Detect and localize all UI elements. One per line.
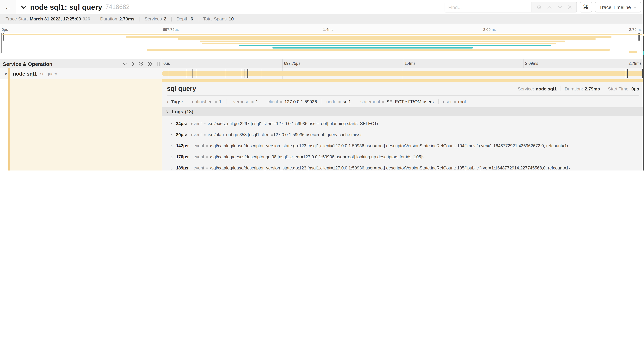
log-marker-tick	[279, 69, 279, 78]
log-marker-tick	[246, 69, 246, 78]
log-field-value: ‹sql/catalog/descs/descriptor.go:98 [nsq…	[210, 155, 424, 159]
minimap-axis-label: 2.09ms	[483, 27, 496, 32]
tags-row[interactable]: › Tags: _unfinished=1_verbose=1client=12…	[162, 96, 644, 107]
log-field-key: event	[194, 155, 204, 159]
trace-view-selector[interactable]: Trace Timeline	[595, 2, 641, 13]
ruler-tick-label: 2.79ms	[628, 61, 642, 66]
service-value: node sql1	[536, 86, 556, 91]
timeline-ruler: 0μs697.75μs1.4ms2.09ms2.79ms	[162, 59, 644, 68]
expand-one-icon[interactable]	[122, 62, 127, 65]
log-field-key: event	[191, 132, 202, 137]
equals-sign: =	[206, 166, 208, 170]
tag-value: 127.0.0.1:59936	[284, 99, 317, 104]
summary-label: Total Spans	[203, 16, 226, 22]
edge-teal-mark	[642, 51, 644, 55]
collapse-children-chevron-icon[interactable]: ∨	[4, 71, 8, 76]
log-field-key: event	[194, 166, 204, 171]
clear-find-icon[interactable]	[568, 5, 572, 9]
span-tag: node=sql1	[322, 99, 356, 104]
log-marker-tick	[626, 69, 626, 78]
log-row[interactable]: ›34μs:event=‹sql/exec_util.go:2297 [nsql…	[162, 118, 644, 129]
summary-label: Depth	[176, 16, 188, 22]
timeline-minimap: 0μs697.75μs1.4ms2.09ms2.79ms	[0, 24, 644, 54]
equals-sign: =	[280, 100, 282, 104]
chevron-right-icon: ›	[171, 143, 172, 149]
log-field-value: ‹sql/catalog/lease/descriptor_version_st…	[210, 143, 568, 148]
span-bar-region	[162, 68, 643, 79]
span-tag: client=127.0.0.1:59936	[263, 99, 322, 104]
collapse-one-icon[interactable]	[132, 62, 134, 66]
collapse-trace-chevron-icon[interactable]	[21, 5, 27, 9]
span-detail-panel: sql query Service: node sql1 Duration: 2…	[162, 79, 644, 171]
log-row[interactable]: ›176μs:event=‹sql/catalog/descs/descript…	[162, 151, 644, 163]
keyboard-shortcuts-button[interactable]: ⌘	[580, 2, 592, 13]
log-row[interactable]: ›80μs:event=‹sql/plan_opt.go:358 [nsql1,…	[162, 129, 644, 140]
summary-item: Services2	[144, 16, 166, 22]
column-resizer-grip[interactable]	[157, 62, 160, 66]
next-match-icon[interactable]	[557, 6, 562, 9]
collapse-all-icon[interactable]	[148, 62, 152, 66]
tags-title: Tags:	[171, 99, 183, 104]
minimap-span-band	[202, 43, 556, 44]
log-marker-tick	[265, 69, 265, 78]
minimap-span-band	[200, 40, 565, 42]
locate-match-icon[interactable]	[536, 5, 541, 10]
prev-match-icon[interactable]	[547, 6, 552, 9]
equals-sign: =	[251, 100, 254, 104]
logs-header[interactable]: ∨ Logs (18)	[162, 107, 644, 116]
log-row[interactable]: ›189μs:event=‹sql/catalog/lease/descript…	[162, 163, 644, 171]
log-field-value: ‹sql/catalog/lease/descriptor_version_st…	[210, 166, 570, 171]
tag-key: user	[443, 99, 452, 104]
span-row-name-cell[interactable]: ∨ node sql1 sql query	[0, 68, 162, 79]
minimap-axis-label: 2.79ms	[629, 27, 642, 32]
ruler-gridline	[403, 59, 403, 68]
chevron-down-icon: ∨	[166, 109, 169, 114]
summary-label: Services	[144, 16, 162, 22]
log-field-value: ‹sql/exec_util.go:2297 [nsql1,client=127…	[208, 121, 378, 126]
log-marker-tick	[197, 69, 197, 78]
log-timestamp: 189μs:	[176, 166, 190, 171]
detail-left-column	[0, 79, 162, 171]
service-color-strip	[8, 79, 10, 171]
summary-value: 6	[190, 16, 193, 22]
timeline-column-header: Service & Operation 0μs697.7	[0, 59, 644, 69]
minimap-span-band	[178, 38, 595, 40]
top-bar: ← node sql1: sql query 7418682	[0, 0, 644, 14]
equals-sign: =	[206, 155, 208, 159]
chevron-right-icon: ›	[171, 132, 172, 137]
log-row[interactable]: ›142μs:event=‹sql/catalog/lease/descript…	[162, 140, 644, 151]
log-timestamp: 176μs:	[176, 155, 190, 159]
span-tag: _unfinished=1	[185, 99, 226, 104]
equals-sign: =	[454, 100, 456, 104]
minimap-span-band	[239, 45, 551, 46]
minimap-axis-label: 0μs	[2, 27, 8, 32]
service-label: Service:	[518, 86, 534, 91]
span-meta: Service: node sql1 Duration: 2.79ms Star…	[518, 86, 639, 91]
minimap-canvas[interactable]	[2, 33, 642, 53]
ruler-tick-label: 697.75μs	[284, 61, 300, 66]
service-operation-title: Service & Operation	[3, 61, 52, 67]
expand-all-icon[interactable]	[139, 62, 143, 66]
back-button[interactable]: ←	[0, 0, 16, 14]
meta-separator	[560, 86, 561, 91]
tag-value: SELECT * FROM users	[386, 99, 434, 104]
log-field-key: event	[191, 121, 202, 126]
equals-sign: =	[206, 144, 208, 148]
summary-value: 10	[229, 16, 234, 22]
expanded-row-background	[10, 79, 162, 171]
chevron-right-icon: ›	[171, 154, 172, 160]
span-service-name: node sql1	[13, 71, 37, 77]
find-input[interactable]	[445, 2, 531, 12]
logs-list: ›34μs:event=‹sql/exec_util.go:2297 [nsql…	[162, 118, 644, 171]
summary-separator	[139, 17, 140, 21]
summary-separator	[95, 17, 96, 21]
tag-value: root	[458, 99, 466, 104]
span-tag: statement=SELECT * FROM users	[356, 99, 438, 104]
minimap-span-band	[629, 51, 637, 53]
summary-item: Depth6	[176, 16, 193, 22]
tag-value: sql1	[343, 99, 351, 104]
summary-separator	[171, 17, 172, 21]
log-marker-tick	[176, 69, 176, 78]
minimap-axis: 0μs697.75μs1.4ms2.09ms2.79ms	[2, 24, 642, 33]
view-selector-label: Trace Timeline	[599, 4, 631, 10]
